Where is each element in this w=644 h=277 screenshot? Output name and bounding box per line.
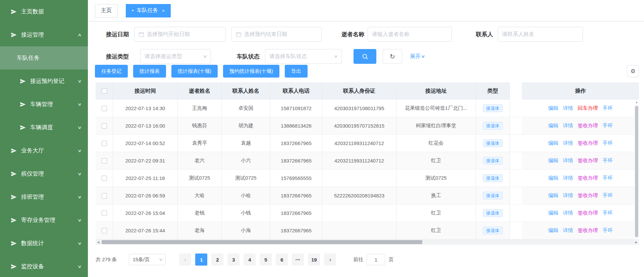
stats-report-button[interactable]: 统计报表	[133, 65, 166, 78]
horizontal-scrollbar-thumb[interactable]	[102, 240, 422, 244]
page-button-1[interactable]: 1	[195, 253, 207, 266]
sidebar-item-pickup-reservation-register[interactable]: 接运预约登记 ∨	[0, 70, 88, 93]
action-edit-link[interactable]: 编辑	[548, 105, 558, 111]
action-sign-off-link[interactable]: 签收办理	[578, 192, 598, 199]
vertical-scrollbar-thumb[interactable]	[635, 106, 638, 237]
action-wristband-link[interactable]: 手环	[603, 157, 613, 164]
search-button[interactable]	[354, 49, 376, 64]
deceased-name-input[interactable]	[372, 31, 447, 37]
action-details-link[interactable]: 详情	[563, 157, 573, 164]
export-button[interactable]: 导出	[285, 65, 308, 78]
action-sign-off-link[interactable]: 签收办理	[578, 175, 598, 181]
sidebar-item-monitoring-devices[interactable]: 监控设备 ∨	[0, 255, 88, 277]
row-checkbox[interactable]	[102, 158, 107, 164]
vertical-scrollbar[interactable]: ▲	[634, 100, 639, 239]
page-button-19[interactable]: 19	[308, 253, 320, 266]
sidebar-item-shift-management[interactable]: 排班管理 ∨	[0, 185, 88, 209]
action-wristband-link[interactable]: 手环	[603, 210, 613, 216]
action-edit-link[interactable]: 编辑	[548, 140, 558, 146]
horizontal-scrollbar[interactable]: ◀ ▶	[96, 239, 639, 245]
sidebar-item-home-data[interactable]: 主页数据	[0, 0, 88, 23]
row-checkbox[interactable]	[102, 106, 107, 111]
action-edit-link[interactable]: 编辑	[548, 192, 558, 199]
contact-input[interactable]	[502, 31, 579, 37]
scroll-right-icon[interactable]: ▶	[634, 241, 639, 244]
action-sign-off-link[interactable]: 签收办理	[578, 140, 598, 146]
scroll-left-icon[interactable]: ◀	[96, 241, 101, 244]
action-details-link[interactable]: 详情	[563, 140, 573, 146]
fleet-status-select[interactable]: 请选择车队状态 ∨	[265, 49, 342, 64]
date-start-input[interactable]	[147, 31, 221, 37]
row-checkbox[interactable]	[102, 176, 107, 181]
sidebar-item-business-hall[interactable]: 业务大厅 ∨	[0, 139, 88, 162]
page-button-6[interactable]: 6	[276, 253, 288, 266]
sidebar-item-storage-business-management[interactable]: 寄存业务管理 ∨	[0, 209, 88, 232]
stats-report-shiyan-button[interactable]: 统计报表(十堰)	[171, 65, 218, 78]
sidebar-item-vehicle-dispatch[interactable]: 车辆调度 ∨	[0, 116, 88, 139]
action-edit-link[interactable]: 编辑	[548, 227, 558, 234]
close-icon[interactable]: ×	[162, 8, 165, 13]
page-button-4[interactable]: 4	[244, 253, 256, 266]
action-details-link[interactable]: 详情	[563, 227, 573, 234]
goto-page-input[interactable]	[367, 254, 385, 265]
table-row: 2022-07-13 16:00 钱惠芬 胡为建 13886813426 420…	[96, 117, 639, 135]
row-checkbox[interactable]	[102, 141, 107, 146]
select-all-checkbox[interactable]	[102, 88, 107, 94]
scroll-up-icon[interactable]: ▲	[634, 100, 639, 105]
cell-deceased-name: 袁秀平	[178, 135, 222, 152]
row-checkbox[interactable]	[102, 193, 107, 198]
prev-page-button[interactable]: ‹	[179, 253, 191, 266]
sidebar-item-data-statistics[interactable]: 数据统计 ∨	[0, 232, 88, 255]
tab-fleet-task[interactable]: ● 车队任务 ×	[126, 4, 171, 17]
action-edit-link[interactable]: 编辑	[548, 123, 558, 129]
action-wristband-link[interactable]: 手环	[603, 227, 613, 234]
refresh-button[interactable]: ↻	[383, 49, 402, 64]
action-details-link[interactable]: 详情	[563, 105, 573, 111]
col-deceased-name: 逝者姓名	[178, 82, 222, 100]
task-register-button[interactable]: 任务登记	[95, 65, 128, 78]
row-checkbox[interactable]	[102, 211, 107, 216]
action-sign-off-link[interactable]: 签收办理	[578, 227, 598, 234]
page-size-select[interactable]: 15条/页 ∨	[129, 254, 166, 265]
sidebar-item-transport-management[interactable]: 接运管理 ∧	[0, 23, 88, 46]
cell-spacer	[510, 187, 522, 204]
action-edit-link[interactable]: 编辑	[548, 175, 558, 181]
action-details-link[interactable]: 详情	[563, 210, 573, 216]
page-button-3[interactable]: 3	[227, 253, 239, 266]
row-checkbox[interactable]	[102, 228, 107, 233]
sidebar-item-funeral-management[interactable]: 殡仪管理 ∨	[0, 162, 88, 185]
date-start-field[interactable]	[134, 27, 226, 42]
date-end-field[interactable]	[231, 27, 322, 42]
filter-row-2: 接运类型 请选择接运类型 ∨ 车队状态 请选择车队状态 ∨ ↻ 展开 ∨	[106, 49, 639, 64]
action-details-link[interactable]: 详情	[563, 123, 573, 129]
sidebar-item-vehicle-management[interactable]: 车辆管理 ∨	[0, 93, 88, 116]
cell-contact-idcard	[322, 204, 396, 222]
action-wristband-link[interactable]: 手环	[603, 175, 613, 181]
action-sign-off-link[interactable]: 签收办理	[578, 123, 598, 129]
date-end-input[interactable]	[244, 31, 317, 37]
action-edit-link[interactable]: 编辑	[548, 210, 558, 216]
chevron-down-icon: ∨	[77, 218, 82, 223]
action-return-vehicle-link[interactable]: 回车办理	[578, 105, 598, 111]
pickup-type-select[interactable]: 请选择接运类型 ∨	[140, 49, 211, 64]
reservation-stats-report-shiyan-button[interactable]: 预约统计报表(十堰)	[223, 65, 279, 78]
page-ellipsis-button[interactable]: •••	[292, 253, 304, 266]
action-sign-off-link[interactable]: 签收办理	[578, 210, 598, 216]
action-edit-link[interactable]: 编辑	[548, 157, 558, 164]
tab-home[interactable]: 主页	[95, 4, 118, 17]
sidebar-item-fleet-task[interactable]: 车队任务	[0, 46, 88, 70]
action-sign-off-link[interactable]: 签收办理	[578, 157, 598, 164]
action-wristband-link[interactable]: 手环	[603, 140, 613, 146]
column-settings-button[interactable]: ⚙	[627, 65, 639, 77]
action-wristband-link[interactable]: 手环	[603, 192, 613, 199]
row-checkbox[interactable]	[102, 123, 107, 129]
action-wristband-link[interactable]: 手环	[603, 123, 613, 129]
expand-link[interactable]: 展开 ∨	[410, 53, 425, 60]
page-button-5[interactable]: 5	[260, 253, 272, 266]
next-page-button[interactable]: ›	[324, 253, 336, 266]
page-button-2[interactable]: 2	[211, 253, 223, 266]
action-details-link[interactable]: 详情	[563, 192, 573, 199]
action-wristband-link[interactable]: 手环	[603, 105, 613, 111]
action-details-link[interactable]: 详情	[563, 175, 573, 181]
table-header: 接运时间 逝者姓名 联系人姓名 联系人电话 联系人身份证 接运地址 类型 操作	[96, 82, 639, 100]
